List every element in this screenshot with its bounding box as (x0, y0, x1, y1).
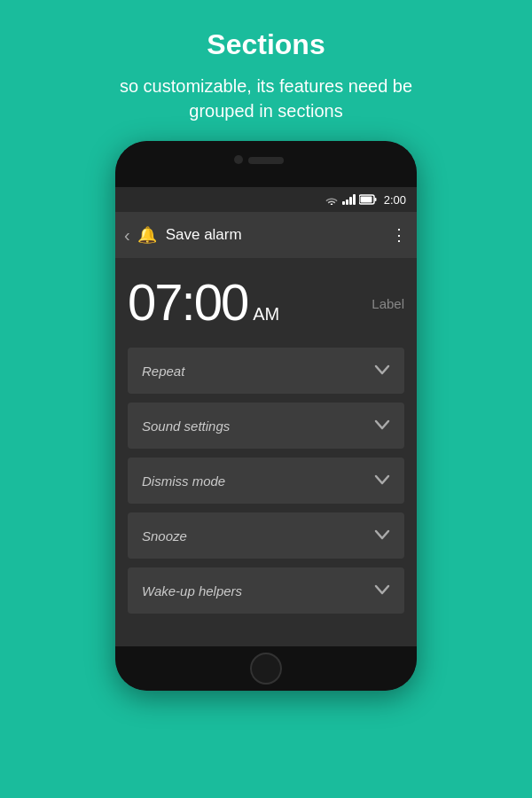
section-repeat[interactable]: Repeat (128, 348, 404, 394)
toolbar: ‹ 🔔 Save alarm ⋮ (115, 212, 417, 258)
back-button[interactable]: ‹ (124, 225, 130, 246)
alarm-label[interactable]: Label (372, 296, 404, 311)
page-subtitle: so customizable, its features need be gr… (89, 74, 443, 123)
alarm-time-digits[interactable]: 07:00 (128, 272, 247, 332)
overflow-menu-button[interactable]: ⋮ (391, 225, 408, 245)
section-wakeup-helpers[interactable]: Wake-up helpers (128, 567, 404, 614)
page-title: Sections (89, 28, 443, 61)
speaker (248, 157, 284, 164)
section-repeat-label: Repeat (142, 364, 374, 379)
camera (234, 155, 243, 164)
section-dismiss-label: Dismiss mode (142, 473, 374, 489)
chevron-down-icon (374, 472, 390, 490)
wifi-icon (325, 194, 339, 205)
battery-icon (359, 194, 377, 205)
section-snooze[interactable]: Snooze (128, 512, 404, 559)
status-bar: 2:00 (115, 187, 417, 212)
header-section: Sections so customizable, its features n… (89, 0, 443, 141)
bell-icon: 🔔 (137, 225, 157, 245)
signal-icon (342, 194, 356, 205)
section-wakeup-label: Wake-up helpers (142, 583, 374, 598)
content-area: 07:00 AM Label Repeat Sound settings Dis… (115, 258, 417, 646)
svg-rect-2 (374, 198, 376, 201)
section-dismiss-mode[interactable]: Dismiss mode (128, 458, 404, 504)
status-icons: 2:00 (325, 193, 406, 207)
phone-bezel-bottom (115, 646, 417, 691)
chevron-down-icon (374, 417, 390, 435)
toolbar-title: Save alarm (166, 226, 391, 244)
chevron-down-icon (374, 362, 390, 380)
section-sound-label: Sound settings (142, 419, 374, 434)
section-snooze-label: Snooze (142, 528, 374, 544)
phone-mockup: 2:00 ‹ 🔔 Save alarm ⋮ 07:00 AM Label Rep… (115, 141, 417, 691)
phone-bezel-top (115, 141, 417, 187)
status-time: 2:00 (384, 193, 406, 207)
alarm-time-display: 07:00 AM (128, 272, 279, 332)
section-sound-settings[interactable]: Sound settings (128, 403, 404, 449)
chevron-down-icon (374, 527, 390, 545)
svg-rect-1 (360, 197, 372, 203)
alarm-time-row: 07:00 AM Label (128, 272, 404, 335)
alarm-period: AM (253, 304, 279, 325)
chevron-down-icon (374, 582, 390, 600)
home-button[interactable] (250, 653, 282, 685)
